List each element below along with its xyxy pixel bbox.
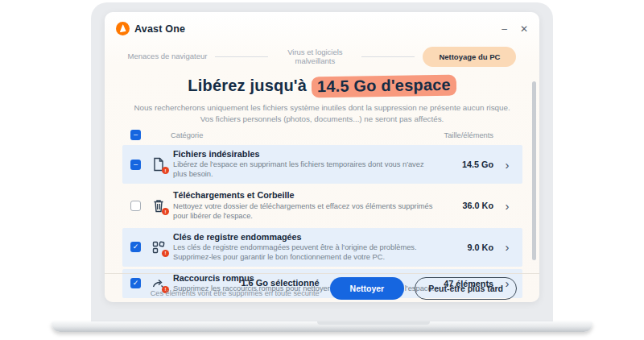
trash-icon: ! [151, 197, 167, 214]
page-subtitle: Nous rechercherons uniquement les fichie… [130, 102, 514, 124]
row-description: Les clés de registre endommagées peuvent… [173, 243, 437, 263]
row-size: 14.5 Go [444, 160, 493, 169]
tab-viruses-malware[interactable]: Virus et logiciels malveillants [276, 48, 353, 66]
table-row[interactable]: – ! Fichiers indésirables Libérez de l'e… [122, 145, 522, 184]
app-title: Avast One [134, 23, 185, 35]
scan-steps-nav: Menaces de navigateur Virus et logiciels… [105, 43, 539, 70]
select-all-checkbox[interactable]: – [130, 130, 141, 140]
action-footer: 1.6 Go sélectionné Ces éléments vont êtr… [105, 273, 539, 302]
minimize-icon[interactable]: – [502, 24, 507, 34]
avast-logo-icon [116, 22, 130, 35]
clean-button[interactable]: Nettoyer [330, 277, 405, 300]
table-row[interactable]: ! Téléchargements et Corbeille Nettoyez … [122, 186, 522, 225]
registry-icon: ! [151, 239, 167, 255]
tab-pc-cleanup-active[interactable]: Nettoyage du PC [423, 47, 516, 67]
row-checkbox-indeterminate[interactable]: – [130, 160, 141, 170]
row-size: 36.0 Ko [444, 201, 493, 210]
step-connector [215, 56, 268, 57]
close-icon[interactable]: ✕ [520, 24, 528, 34]
titlebar: Avast One – ✕ [105, 12, 539, 38]
size-column-header: Taille/éléments [444, 131, 515, 139]
selected-total: 1.6 Go sélectionné [151, 277, 320, 288]
laptop-mockup: Avast One – ✕ Menaces de navigateur Viru… [0, 0, 644, 340]
chevron-right-icon[interactable]: › [500, 159, 514, 171]
avast-one-window: Avast One – ✕ Menaces de navigateur Viru… [105, 12, 539, 302]
alert-badge: ! [162, 250, 169, 257]
laptop-base [52, 321, 592, 332]
alert-badge: ! [162, 167, 169, 174]
maybe-later-button[interactable]: Peut-être plus tard [415, 277, 517, 300]
vertical-scrollbar[interactable] [532, 81, 536, 260]
table-row[interactable]: ✓ ! Clés de registre endommagées Les clé… [122, 228, 522, 267]
selected-note: Ces éléments vont être supprimés en tout… [151, 289, 320, 299]
step-connector [361, 56, 415, 57]
table-header: – Catégorie Taille/éléments [122, 130, 522, 145]
alert-badge: ! [162, 208, 169, 215]
brand: Avast One [116, 22, 185, 35]
tab-browser-threats[interactable]: Menaces de navigateur [128, 52, 208, 60]
page-title: Libérez jusqu'à 14.5 Go d'espace [105, 76, 539, 97]
title-highlight: 14.5 Go d'espace [312, 75, 456, 98]
row-size: 9.0 Ko [444, 243, 493, 252]
row-description: Nettoyez votre dossier de téléchargement… [173, 202, 437, 222]
category-column-header: Catégorie [171, 131, 203, 139]
row-checkbox-checked[interactable]: ✓ [130, 242, 141, 252]
row-description: Libérez de l'espace en supprimant les fi… [173, 160, 437, 180]
chevron-right-icon[interactable]: › [500, 200, 514, 212]
row-title: Fichiers indésirables [173, 149, 437, 160]
junk-file-icon: ! [151, 156, 167, 172]
row-title: Téléchargements et Corbeille [173, 190, 437, 201]
chevron-right-icon[interactable]: › [500, 241, 514, 253]
row-checkbox-unchecked[interactable] [130, 201, 141, 211]
row-title: Clés de registre endommagées [173, 232, 437, 243]
laptop-base-notch [317, 321, 430, 325]
